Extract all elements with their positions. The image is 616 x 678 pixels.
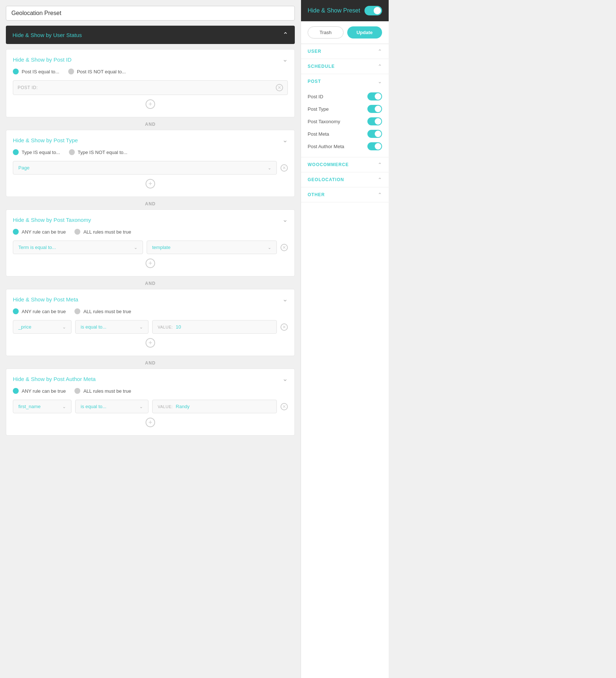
post-type-is-not-equal-dot	[69, 149, 75, 155]
author-meta-all-option[interactable]: ALL rules must be true	[74, 388, 131, 394]
post-id-is-equal-option[interactable]: Post IS equal to...	[13, 69, 59, 74]
post-meta-collapse-icon[interactable]: ⌄	[282, 295, 288, 303]
meta-key-arrow: ⌄	[62, 325, 66, 330]
taxonomy-all-option[interactable]: ALL rules must be true	[74, 229, 131, 235]
post-type-toggle-row: Type IS equal to... Type IS NOT equal to…	[13, 149, 288, 155]
meta-value-text: 10	[176, 324, 181, 330]
author-meta-any-option[interactable]: ANY rule can be true	[13, 388, 66, 394]
post-id-field-row: POST ID: ✕	[13, 80, 288, 95]
post-taxonomy-section: Hide & Show by Post Taxonomy ⌄ ANY rule …	[6, 209, 295, 276]
post-id-collapse-icon[interactable]: ⌄	[282, 55, 288, 63]
sidebar: Hide & Show Preset Trash Update USER ⌃ S…	[301, 0, 389, 678]
post-type-clear-btn[interactable]: ✕	[280, 164, 288, 172]
sidebar-section-schedule-title: SCHEDULE	[308, 64, 335, 69]
post-type-title: Hide & Show by Post Type	[13, 137, 78, 143]
sidebar-toggle-post-id[interactable]	[367, 92, 382, 100]
sidebar-section-woocommerce-title: WOOCOMMERCE	[308, 162, 349, 167]
sidebar-section-user-header[interactable]: USER ⌃	[301, 44, 389, 59]
sidebar-section-other: OTHER ⌃	[301, 187, 389, 202]
post-type-collapse-icon[interactable]: ⌄	[282, 136, 288, 144]
author-meta-key-dropdown[interactable]: first_name ⌄	[13, 400, 72, 413]
taxonomy-value-dropdown[interactable]: template ⌄	[147, 241, 277, 254]
sidebar-section-other-title: OTHER	[308, 192, 325, 197]
sidebar-toggle-post-author-meta[interactable]	[367, 142, 382, 150]
post-taxonomy-plus-icon[interactable]: +	[146, 259, 155, 268]
meta-condition-arrow: ⌄	[139, 325, 143, 330]
post-author-meta-section: Hide & Show by Post Author Meta ⌄ ANY ru…	[6, 369, 295, 436]
author-meta-any-dot	[13, 388, 19, 394]
sidebar-section-other-header[interactable]: OTHER ⌃	[301, 187, 389, 202]
sidebar-toggle-post-taxonomy[interactable]	[367, 117, 382, 125]
trash-button[interactable]: Trash	[308, 26, 344, 39]
post-type-plus-icon[interactable]: +	[146, 179, 155, 188]
meta-condition-dropdown[interactable]: is equal to... ⌄	[75, 320, 148, 334]
author-meta-all-dot	[74, 388, 80, 394]
sidebar-item-post-author-meta: Post Author Meta	[308, 140, 382, 153]
post-meta-toggle-row: ANY rule can be true ALL rules must be t…	[13, 308, 288, 314]
user-status-title: Hide & Show by User Status	[12, 32, 82, 38]
post-id-is-equal-dot	[13, 69, 19, 74]
sidebar-item-post-taxonomy: Post Taxonomy	[308, 115, 382, 128]
post-author-meta-toggle-row: ANY rule can be true ALL rules must be t…	[13, 388, 288, 394]
taxonomy-clear-btn[interactable]: ✕	[280, 244, 288, 251]
sidebar-actions: Trash Update	[301, 21, 389, 44]
sidebar-section-schedule-header[interactable]: SCHEDULE ⌃	[301, 59, 389, 74]
and-separator-4: AND	[6, 358, 295, 369]
and-separator-1: AND	[6, 119, 295, 130]
sidebar-woocommerce-collapse-icon: ⌃	[378, 162, 382, 168]
post-id-toggle-row: Post IS equal to... Post IS NOT equal to…	[13, 69, 288, 74]
post-type-dropdown[interactable]: Page ⌄	[13, 161, 277, 175]
sidebar-geolocation-collapse-icon: ⌃	[378, 177, 382, 183]
sidebar-post-items: Post ID Post Type Post Taxonomy Post Met…	[301, 89, 389, 157]
post-id-plus-icon[interactable]: +	[146, 99, 155, 109]
post-type-header: Hide & Show by Post Type ⌄	[13, 136, 288, 144]
post-type-is-not-equal-option[interactable]: Type IS NOT equal to...	[69, 149, 128, 155]
author-meta-value-field[interactable]: VALUE: Randy	[152, 400, 277, 413]
post-taxonomy-collapse-icon[interactable]: ⌄	[282, 216, 288, 224]
update-button[interactable]: Update	[347, 26, 382, 39]
post-type-is-equal-option[interactable]: Type IS equal to...	[13, 149, 60, 155]
author-meta-condition-dropdown[interactable]: is equal to... ⌄	[75, 400, 148, 413]
taxonomy-any-dot	[13, 229, 19, 235]
post-meta-title: Hide & Show by Post Meta	[13, 296, 78, 303]
taxonomy-any-option[interactable]: ANY rule can be true	[13, 229, 66, 235]
and-separator-2: AND	[6, 198, 295, 209]
meta-key-dropdown[interactable]: _price ⌄	[13, 320, 72, 334]
sidebar-section-woocommerce: WOOCOMMERCE ⌃	[301, 157, 389, 172]
post-type-section: Hide & Show by Post Type ⌄ Type IS equal…	[6, 130, 295, 197]
sidebar-section-post-header[interactable]: POST ⌄	[301, 74, 389, 89]
sidebar-section-post-title: POST	[308, 79, 321, 84]
sidebar-toggle-post-meta[interactable]	[367, 130, 382, 138]
post-id-is-not-equal-dot	[68, 69, 74, 74]
sidebar-toggle-post-type[interactable]	[367, 105, 382, 113]
post-id-is-not-equal-option[interactable]: Post IS NOT equal to...	[68, 69, 126, 74]
post-author-meta-select-row: first_name ⌄ is equal to... ⌄ VALUE: Ran…	[13, 400, 288, 413]
and-separator-3: AND	[6, 278, 295, 289]
meta-all-option[interactable]: ALL rules must be true	[74, 308, 131, 314]
post-meta-plus-icon[interactable]: +	[146, 338, 155, 348]
sidebar-user-collapse-icon: ⌃	[378, 48, 382, 54]
taxonomy-term-dropdown[interactable]: Term is equal to... ⌄	[13, 241, 143, 254]
sidebar-section-post: POST ⌄ Post ID Post Type Post Taxonomy P…	[301, 74, 389, 157]
meta-value-field[interactable]: VALUE: 10	[152, 320, 277, 334]
post-author-meta-plus-icon[interactable]: +	[146, 418, 155, 427]
sidebar-main-toggle[interactable]	[364, 6, 382, 15]
post-taxonomy-select-row: Term is equal to... ⌄ template ⌄ ✕	[13, 241, 288, 254]
post-type-add-rule: +	[13, 179, 288, 188]
author-meta-clear-btn[interactable]: ✕	[280, 403, 288, 410]
author-meta-condition-arrow: ⌄	[139, 404, 143, 409]
post-id-clear-btn[interactable]: ✕	[276, 84, 283, 91]
sidebar-section-woocommerce-header[interactable]: WOOCOMMERCE ⌃	[301, 157, 389, 172]
taxonomy-term-arrow: ⌄	[134, 245, 138, 250]
sidebar-header-title: Hide & Show Preset	[308, 7, 360, 14]
post-taxonomy-title: Hide & Show by Post Taxonomy	[13, 217, 91, 223]
post-type-dropdown-arrow: ⌄	[268, 165, 271, 171]
post-id-section: Hide & Show by Post ID ⌄ Post IS equal t…	[6, 49, 295, 117]
taxonomy-value-arrow: ⌄	[268, 245, 271, 250]
user-status-collapse-icon[interactable]: ⌃	[283, 31, 288, 39]
post-author-meta-collapse-icon[interactable]: ⌄	[282, 375, 288, 383]
preset-title-input[interactable]	[6, 6, 295, 21]
meta-clear-btn[interactable]: ✕	[280, 323, 288, 331]
meta-any-option[interactable]: ANY rule can be true	[13, 308, 66, 314]
sidebar-section-geolocation-header[interactable]: GEOLOCATION ⌃	[301, 172, 389, 187]
